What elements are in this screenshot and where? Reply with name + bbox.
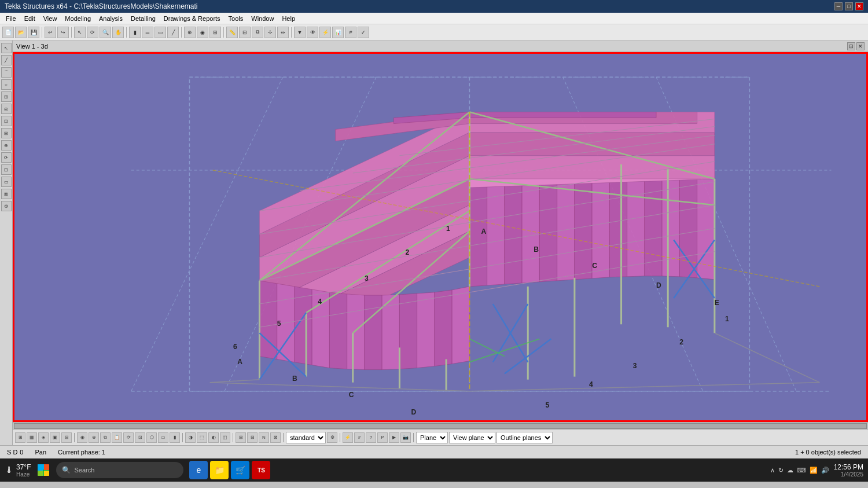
rendering-icon[interactable]: ◑ <box>185 432 196 443</box>
view-settings-icon[interactable]: ⚙ <box>327 432 337 443</box>
menu-item-edit[interactable]: Edit <box>21 14 39 23</box>
scrollbar-thumb[interactable] <box>14 423 867 429</box>
mirror-icon[interactable]: ⇔ <box>277 27 289 38</box>
view-plane-dropdown[interactable]: View plane <box>449 432 495 443</box>
plane-dropdown[interactable]: Plane <box>416 432 448 443</box>
work-plane[interactable]: ⊠ <box>1 189 12 199</box>
menu-item-drawings---reports[interactable]: Drawings & Reports <box>160 14 224 23</box>
close-button[interactable]: ✕ <box>855 2 863 10</box>
north-icon[interactable]: N <box>259 432 269 443</box>
select-all-icon[interactable]: ⊞ <box>15 432 25 443</box>
hidden-line-icon[interactable]: ◫ <box>220 432 230 443</box>
plan-view-icon[interactable]: ▭ <box>158 432 168 443</box>
connection-icon[interactable]: ⊕ <box>184 27 196 38</box>
taskbar-app-tekla[interactable]: TS <box>252 461 270 479</box>
deselect-icon[interactable]: ⊟ <box>61 432 72 443</box>
zoom-icon[interactable]: 🔍 <box>100 27 111 38</box>
numbering-icon[interactable]: # <box>345 27 356 38</box>
move-icon[interactable]: ✢ <box>264 27 276 38</box>
brace-icon[interactable]: ╱ <box>167 27 179 38</box>
clash-check-icon[interactable]: ⚡ <box>343 432 353 443</box>
menu-item-detailing[interactable]: Detailing <box>127 14 159 23</box>
snap-midpoint[interactable]: ⊡ <box>1 116 12 126</box>
chevron-icon[interactable]: ∧ <box>770 467 775 474</box>
beam-icon[interactable]: ═ <box>142 27 153 38</box>
save-icon[interactable]: 💾 <box>28 27 39 38</box>
maximize-button[interactable]: □ <box>845 2 853 10</box>
phase-icon[interactable]: P <box>377 432 388 443</box>
menu-item-view[interactable]: View <box>40 14 61 23</box>
canvas-3d-view[interactable]: 1 2 3 4 5 6 A B C D E 1 2 3 4 5 6 <box>13 52 868 422</box>
numbering2-icon[interactable]: # <box>354 432 365 443</box>
taskbar-clock[interactable]: 12:56 PM 1/4/2025 <box>834 463 863 478</box>
menu-item-file[interactable]: File <box>2 14 20 23</box>
zoom-selected-icon[interactable]: ⊕ <box>89 432 99 443</box>
canvas-scrollbar[interactable] <box>13 422 868 429</box>
minimize-button[interactable]: ─ <box>834 2 843 10</box>
circle-tool[interactable]: ○ <box>1 79 12 90</box>
paste-view-icon[interactable]: 📋 <box>112 432 122 443</box>
select-component-icon[interactable]: ◈ <box>38 432 49 443</box>
filter-select-icon[interactable]: ▦ <box>27 432 37 443</box>
onedrive-icon[interactable]: ☁ <box>787 467 793 474</box>
copy-icon[interactable]: ⧉ <box>252 27 263 38</box>
view-restore-button[interactable]: ⊡ <box>847 42 855 50</box>
camera-icon[interactable]: 📷 <box>400 432 411 443</box>
3d-view-icon[interactable]: ⬡ <box>146 432 157 443</box>
report-icon[interactable]: 📊 <box>332 27 344 38</box>
snap-point[interactable]: ◎ <box>1 104 12 114</box>
view-dropdown[interactable]: standard <box>286 432 326 443</box>
arc-tool[interactable]: ⌒ <box>1 67 12 78</box>
bolt-icon[interactable]: ◉ <box>197 27 208 38</box>
line-tool[interactable]: ╱ <box>1 55 12 65</box>
plane-tool[interactable]: ▭ <box>1 177 12 187</box>
align-icon[interactable]: ⊟ <box>239 27 251 38</box>
view-close-button[interactable]: ✕ <box>856 42 865 50</box>
plate-icon[interactable]: ▭ <box>155 27 166 38</box>
menu-item-tools[interactable]: Tools <box>225 14 247 23</box>
wireframe-icon[interactable]: ⬚ <box>197 432 207 443</box>
elev-view-icon[interactable]: ▮ <box>170 432 180 443</box>
copy-view-icon[interactable]: ⧉ <box>100 432 111 443</box>
fit-view-icon[interactable]: ⊡ <box>135 432 145 443</box>
clash-icon[interactable]: ⚡ <box>319 27 331 38</box>
grid-icon[interactable]: ⊞ <box>236 432 246 443</box>
undo-icon[interactable]: ↩ <box>45 27 56 38</box>
check-icon[interactable]: ✓ <box>358 27 369 38</box>
redo-icon[interactable]: ↪ <box>57 27 69 38</box>
open-icon[interactable]: 📂 <box>15 27 27 38</box>
menu-item-analysis[interactable]: Analysis <box>95 14 126 23</box>
visibility-icon[interactable]: 👁 <box>307 27 318 38</box>
measure-icon[interactable]: 📏 <box>226 27 238 38</box>
rotate-view-icon[interactable]: ⟳ <box>123 432 134 443</box>
snap-line[interactable]: ⊟ <box>1 128 12 138</box>
inquiry-icon[interactable]: ? <box>366 432 376 443</box>
rotate-icon[interactable]: ⟳ <box>87 27 98 38</box>
animation-icon[interactable]: ▶ <box>389 432 399 443</box>
network-icon[interactable]: 📶 <box>810 467 818 474</box>
pan-icon[interactable]: ✋ <box>112 27 124 38</box>
symbol-icon[interactable]: ⊟ <box>247 432 258 443</box>
select-by-class-icon[interactable]: ▣ <box>50 432 60 443</box>
outline-planes-dropdown[interactable]: Outline planes <box>496 432 553 443</box>
view-rotate[interactable]: ⟳ <box>1 152 12 163</box>
keyboard-icon[interactable]: ⌨ <box>797 467 806 474</box>
select-tool[interactable]: ↖ <box>1 43 12 53</box>
new-icon[interactable]: 📄 <box>2 27 14 38</box>
weld-icon[interactable]: ⊞ <box>209 27 221 38</box>
taskbar-app-store[interactable]: 🛒 <box>231 461 249 479</box>
volume-icon[interactable]: 🔊 <box>821 467 829 474</box>
ortho-mode[interactable]: ⊕ <box>1 140 12 151</box>
filter-icon[interactable]: ▼ <box>294 27 306 38</box>
taskbar-app-files[interactable]: 📁 <box>210 461 229 479</box>
shaded-icon[interactable]: ◐ <box>208 432 219 443</box>
menu-item-modeling[interactable]: Modeling <box>61 14 94 23</box>
taskbar-search[interactable]: 🔍 Search <box>56 462 183 478</box>
view-zoom-fit[interactable]: ⊡ <box>1 164 12 175</box>
select-icon[interactable]: ↖ <box>74 27 86 38</box>
menu-item-window[interactable]: Window <box>248 14 277 23</box>
object-marks-icon[interactable]: ⊠ <box>270 432 281 443</box>
menu-item-help[interactable]: Help <box>278 14 299 23</box>
network-update-icon[interactable]: ↻ <box>778 467 784 474</box>
component-tool[interactable]: ⚙ <box>1 201 12 211</box>
